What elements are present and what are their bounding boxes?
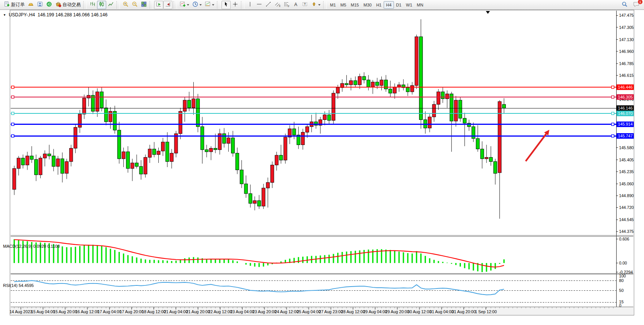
svg-text:1 Sep 12:00: 1 Sep 12:00 [475,309,497,314]
tile-windows-button[interactable] [139,1,148,9]
toolbar-separator [116,1,120,9]
fibonacci-tool-button[interactable]: F [282,1,291,9]
profile-button[interactable] [35,1,45,9]
toolbar-separator [174,1,177,9]
auto-trading-button[interactable]: 自动交易 [54,1,82,9]
text-label-icon: T [302,1,308,8]
chart-area[interactable]: 147.475147.305147.130146.960146.785146.6… [0,10,644,325]
candlestick-mode-button[interactable] [97,1,106,9]
svg-text:147.130: 147.130 [619,37,634,42]
timeframe-h4-button[interactable]: H4 [384,1,394,9]
vertical-line-tool-button[interactable] [245,1,255,9]
periods-button[interactable] [191,1,203,9]
collapse-triangle-icon[interactable]: ▼ [3,13,6,17]
horizontal-line-tool-button[interactable] [255,1,264,9]
zoom-in-icon [123,1,129,8]
chart-ohlc-values: 146.199 146.288 146.066 146.146 [38,12,108,18]
svg-text:100: 100 [619,274,626,278]
svg-text:145.060: 145.060 [619,182,634,186]
profile-icon [37,1,43,8]
rsi-name: RSI(14) [3,283,18,288]
auto-scroll-button[interactable] [154,1,163,9]
dropdown-arrow-icon [318,4,320,7]
new-order-button[interactable]: 新订单 [2,1,26,9]
zoom-out-button[interactable] [130,1,139,9]
svg-text:F: F [288,5,290,8]
market-watch-button[interactable] [26,1,35,9]
svg-text:15 Aug 20:00: 15 Aug 20:00 [53,309,77,314]
zoom-out-icon [132,1,138,8]
svg-text:145.235: 145.235 [619,169,634,174]
chart-symbol-period: USDJPY-,H4 [9,12,35,18]
svg-text:31 Aug 04:00: 31 Aug 04:00 [430,309,454,314]
equidistant-channel-tool-button[interactable]: E [273,1,282,9]
line-chart-mode-button[interactable] [106,1,115,9]
mt4-application: 新订单 自动交易 [0,0,644,325]
signal-button[interactable] [45,1,54,9]
chart-shift-button[interactable] [163,1,172,9]
channel-icon: E [274,1,281,8]
svg-text:27 Aug 23:00: 27 Aug 23:00 [319,309,343,314]
svg-text:147.305: 147.305 [619,25,634,30]
dropdown-arrow-icon [199,4,202,7]
text-label-tool-button[interactable]: T [300,1,309,9]
timeframe-m1-button[interactable]: M1 [328,1,338,9]
hline-marker [612,112,614,115]
svg-text:A: A [294,2,297,7]
notifications-button[interactable]: 1 [631,1,641,9]
cursor-tool-button[interactable] [222,1,231,9]
toolbar-right-cluster: 1 [620,1,641,9]
svg-text:0.606: 0.606 [619,237,629,241]
hline-marker [11,123,14,126]
crosshair-tool-button[interactable] [231,1,240,9]
timeframe-m15-button[interactable]: M15 [349,1,361,9]
horizontal-line-icon [256,1,262,8]
timeframe-w1-button[interactable]: W1 [404,1,415,9]
timeframe-m5-button[interactable]: M5 [338,1,348,9]
svg-text:18 Aug 12:00: 18 Aug 12:00 [142,309,166,314]
line-chart-icon [108,1,114,8]
candlestick-icon [99,1,105,8]
fibonacci-icon: F [284,1,290,8]
text-tool-button[interactable]: A [291,1,300,9]
svg-text:80: 80 [619,278,623,283]
timeframe-mn-button[interactable]: MN [414,1,426,9]
chart-title: ▼ USDJPY-,H4 146.199 146.288 146.066 146… [3,12,107,18]
svg-text:147.475: 147.475 [619,13,634,18]
hline-marker [11,112,14,115]
svg-text:146.785: 146.785 [619,61,634,66]
timeframe-h1-button[interactable]: H1 [374,1,384,9]
hline-marker [612,135,614,137]
macd-values: 0.0920 0.1108 [33,244,60,249]
svg-text:146.615: 146.615 [619,73,634,78]
svg-text:145.747: 145.747 [618,134,633,138]
templates-button[interactable] [203,1,216,9]
svg-text:31 Aug 20:00: 31 Aug 20:00 [452,309,476,314]
svg-text:146.446: 146.446 [618,85,633,89]
svg-text:144.720: 144.720 [619,205,634,210]
rsi-value: 54.4595 [19,283,34,288]
svg-text:17 Aug 04:00: 17 Aug 04:00 [97,309,121,314]
zoom-in-button[interactable] [121,1,130,9]
arrow-shapes-icon [311,1,317,8]
svg-text:146.305: 146.305 [618,95,633,99]
indicators-icon [180,1,186,8]
trendline-tool-button[interactable] [264,1,273,9]
svg-text:21 Aug 20:00: 21 Aug 20:00 [186,309,210,314]
toolbar-separator [323,1,327,9]
search-button[interactable] [620,1,629,9]
timeframe-d1-button[interactable]: D1 [394,1,404,9]
indicators-button[interactable] [178,1,191,9]
arrows-tool-button[interactable] [309,1,322,9]
timeframe-m30-button[interactable]: M30 [361,1,374,9]
svg-text:0: 0 [619,303,621,308]
search-icon [622,1,628,8]
svg-text:50: 50 [619,288,623,293]
svg-text:145.914: 145.914 [618,122,633,126]
bar-chart-mode-button[interactable] [88,1,97,9]
hline-marker [612,123,614,126]
svg-text:25 Aug 04:00: 25 Aug 04:00 [297,309,321,314]
hline-marker [612,96,614,99]
hline-marker [612,86,614,89]
svg-text:17 Aug 20:00: 17 Aug 20:00 [120,309,143,314]
